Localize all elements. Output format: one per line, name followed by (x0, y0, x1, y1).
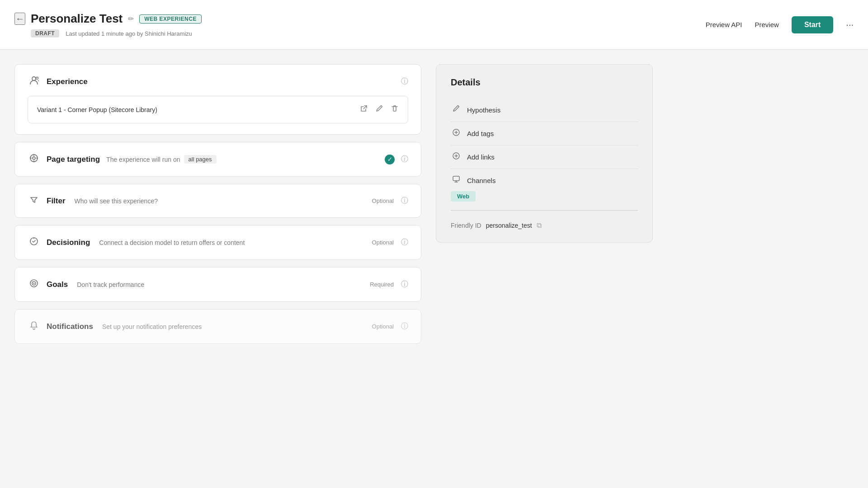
hypothesis-label: Hypothesis (467, 106, 500, 114)
main-layout: Experience ⓘ Variant 1 - Corner Popup (S… (0, 50, 868, 344)
links-icon (451, 152, 462, 162)
goals-row: Goals Don't track performance Required ⓘ (28, 278, 408, 291)
targeting-check-icon: ✓ (385, 155, 395, 164)
details-title: Details (451, 77, 638, 88)
decisioning-right: Optional ⓘ (372, 238, 408, 247)
decisioning-subtitle: Connect a decision model to return offer… (99, 239, 245, 246)
decisioning-section: Decisioning Connect a decision model to … (14, 225, 421, 260)
svg-point-1 (36, 77, 38, 80)
goals-left: Goals Don't track performance (28, 278, 144, 291)
svg-rect-10 (453, 176, 459, 181)
decisioning-title: Decisioning (47, 238, 90, 247)
external-link-icon[interactable] (360, 104, 368, 115)
start-button[interactable]: Start (792, 16, 833, 33)
web-channel-pill: Web (451, 191, 476, 202)
notifications-icon (28, 320, 40, 333)
hypothesis-icon (451, 105, 462, 115)
back-button[interactable]: ← (14, 13, 25, 25)
channels-section: Channels Web (451, 169, 638, 206)
friendly-id-label: Friendly ID (451, 222, 481, 229)
copy-icon[interactable]: ⧉ (537, 221, 542, 230)
last-updated-text: Last updated 1 minute ago by Shinichi Ha… (66, 30, 192, 37)
decisioning-info-icon[interactable]: ⓘ (401, 238, 408, 247)
experience-header: Experience ⓘ (28, 75, 408, 88)
title-row: ← Personalize Test ✏ WEB EXPERIENCE (14, 12, 202, 26)
experience-title: Experience (47, 77, 88, 86)
targeting-pill: all pages (184, 155, 217, 164)
channels-icon (451, 175, 462, 186)
more-options-button[interactable]: ··· (846, 19, 854, 30)
add-links-row[interactable]: Add links (451, 145, 638, 169)
notifications-section: Notifications Set up your notification p… (14, 309, 421, 344)
svg-point-3 (33, 157, 35, 160)
page-targeting-info-icon[interactable]: ⓘ (401, 155, 408, 164)
decisioning-left: Decisioning Connect a decision model to … (28, 236, 245, 249)
experience-icon (28, 75, 40, 88)
filter-info-icon[interactable]: ⓘ (401, 196, 408, 206)
filter-subtitle: Who will see this experience? (75, 197, 158, 205)
edit-title-icon[interactable]: ✏ (128, 14, 134, 23)
decisioning-badge: Optional (372, 239, 394, 246)
notifications-badge: Optional (372, 323, 394, 330)
page-targeting-title: Page targeting (47, 155, 100, 164)
friendly-id-row: Friendly ID personalize_test ⧉ (451, 218, 638, 230)
experience-info-icon[interactable]: ⓘ (401, 77, 408, 86)
channels-label-row: Channels (451, 175, 638, 186)
variant-actions (360, 104, 399, 115)
preview-button[interactable]: Preview (755, 21, 779, 28)
tags-icon (451, 128, 462, 139)
hypothesis-row[interactable]: Hypothesis (451, 99, 638, 122)
page-targeting-section: Page targeting The experience will run o… (14, 142, 421, 177)
page-targeting-title-row: Page targeting The experience will run o… (28, 153, 217, 165)
notifications-subtitle: Set up your notification preferences (102, 323, 202, 330)
goals-right: Required ⓘ (370, 280, 408, 289)
variant-card: Variant 1 - Corner Popup (Sitecore Libra… (28, 96, 408, 123)
preview-api-button[interactable]: Preview API (706, 21, 742, 28)
variant-name: Variant 1 - Corner Popup (Sitecore Libra… (37, 106, 157, 113)
web-experience-badge: WEB EXPERIENCE (139, 14, 202, 23)
channels-label: Channels (467, 177, 495, 184)
friendly-id-value: personalize_test (486, 222, 532, 229)
filter-icon (28, 195, 40, 206)
goals-icon (28, 278, 40, 291)
goals-section: Goals Don't track performance Required ⓘ (14, 267, 421, 302)
page-targeting-header: Page targeting The experience will run o… (28, 153, 408, 165)
filter-row: Filter Who will see this experience? Opt… (28, 195, 408, 206)
filter-badge: Optional (372, 197, 394, 204)
filter-left: Filter Who will see this experience? (28, 195, 158, 206)
page-targeting-content: The experience will run on all pages (106, 155, 216, 164)
filter-section: Filter Who will see this experience? Opt… (14, 184, 421, 218)
add-tags-label: Add tags (467, 130, 494, 137)
topbar: ← Personalize Test ✏ WEB EXPERIENCE DRAF… (0, 0, 868, 50)
goals-title: Goals (47, 280, 68, 289)
delete-variant-icon[interactable] (391, 104, 399, 115)
svg-point-0 (32, 77, 36, 80)
filter-right: Optional ⓘ (372, 196, 408, 206)
experience-title-row: Experience (28, 75, 88, 88)
topbar-right: Preview API Preview Start ··· (706, 16, 854, 33)
topbar-left: ← Personalize Test ✏ WEB EXPERIENCE DRAF… (14, 12, 202, 38)
add-tags-row[interactable]: Add tags (451, 122, 638, 145)
notifications-right: Optional ⓘ (372, 322, 408, 331)
page-title: Personalize Test (31, 12, 123, 26)
notifications-row: Notifications Set up your notification p… (28, 320, 408, 333)
page-targeting-icon (28, 153, 40, 165)
edit-variant-icon[interactable] (375, 104, 383, 115)
notifications-left: Notifications Set up your notification p… (28, 320, 202, 333)
goals-subtitle: Don't track performance (77, 281, 144, 288)
filter-title: Filter (47, 197, 66, 206)
topbar-sub: DRAFT Last updated 1 minute ago by Shini… (31, 29, 202, 38)
draft-badge: DRAFT (31, 29, 59, 38)
divider (451, 210, 638, 211)
notifications-info-icon[interactable]: ⓘ (401, 322, 408, 331)
goals-badge: Required (370, 281, 394, 288)
details-panel: Details Hypothesis Add tags (436, 64, 653, 243)
decisioning-icon (28, 236, 40, 249)
left-content: Experience ⓘ Variant 1 - Corner Popup (S… (14, 64, 421, 344)
notifications-title: Notifications (47, 322, 93, 331)
goals-info-icon[interactable]: ⓘ (401, 280, 408, 289)
targeting-text: The experience will run on (106, 156, 180, 163)
decisioning-row: Decisioning Connect a decision model to … (28, 236, 408, 249)
add-links-label: Add links (467, 153, 495, 161)
svg-point-7 (33, 283, 35, 284)
